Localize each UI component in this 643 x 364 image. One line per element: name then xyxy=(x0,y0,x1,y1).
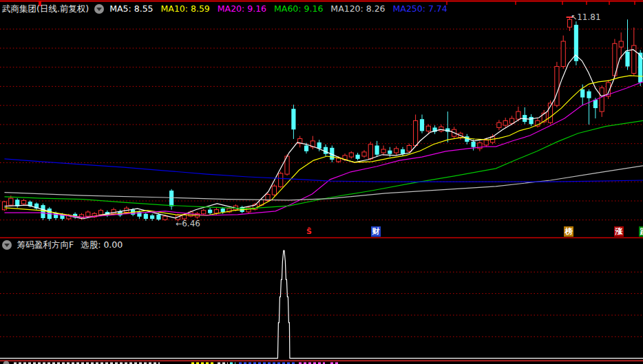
stock-app-window: 武商集团(日线.前复权) MA5: 8.55 MA10: 8.59 MA20: … xyxy=(0,0,643,364)
candlestick-chart[interactable] xyxy=(0,0,643,364)
candle-up xyxy=(600,85,604,117)
candle-up xyxy=(497,120,501,130)
ma-line-ma60 xyxy=(5,120,643,208)
candle-up xyxy=(381,146,386,156)
candle-up xyxy=(536,118,540,127)
price-gridlines xyxy=(0,29,643,220)
marker-dollar[interactable]: Ŝ xyxy=(304,226,314,237)
candle-up xyxy=(414,115,418,147)
candle-up xyxy=(439,125,443,133)
candle-down xyxy=(144,213,148,221)
candle-up xyxy=(285,154,289,175)
chevron-down-icon xyxy=(4,244,10,247)
candle-down xyxy=(574,21,578,65)
sub-panel-header: 筹码盈利方向F 选股: 0.00 xyxy=(2,239,123,250)
high-arrow-icon: ↖ xyxy=(571,13,577,22)
ma120-label: MA120: 8.26 xyxy=(330,3,385,15)
candle-down xyxy=(523,107,527,124)
ma60-label: MA60: 9.16 xyxy=(274,3,323,15)
ma250-label: MA250: 7.74 xyxy=(393,3,447,15)
candle-down xyxy=(593,98,598,118)
candle-up xyxy=(349,151,353,159)
collapse-sub-icon[interactable] xyxy=(2,240,12,250)
ma20-label: MA20: 9.16 xyxy=(218,3,266,15)
candle-up xyxy=(21,199,25,205)
candle-up xyxy=(279,171,283,188)
candle-up xyxy=(362,150,366,158)
ma-line-ma250 xyxy=(5,159,643,182)
candle-up xyxy=(478,141,482,151)
indicator-value: 选股: 0.00 xyxy=(81,239,123,250)
candle-down xyxy=(445,111,450,142)
candle-down xyxy=(356,153,360,160)
low-price-label: ←6.46 xyxy=(176,220,200,228)
candle-up xyxy=(272,184,276,197)
candle-down xyxy=(150,214,154,221)
candle-down xyxy=(208,208,212,215)
indicator-name[interactable]: 筹码盈利方向F xyxy=(17,239,74,250)
candle-up xyxy=(503,118,507,127)
candle-up xyxy=(246,206,251,214)
candle-up xyxy=(561,36,565,69)
candle-down xyxy=(625,19,629,69)
candle-down xyxy=(529,114,534,126)
candle-up xyxy=(202,209,206,215)
candle-down xyxy=(433,125,437,134)
candle-up xyxy=(394,147,399,155)
main-chart-header: 武商集团(日线.前复权) MA5: 8.55 MA10: 8.59 MA20: … xyxy=(2,3,455,15)
candle-up xyxy=(298,136,302,148)
ma10-label: MA10: 8.59 xyxy=(161,3,210,15)
marker-edge[interactable]: 跌 xyxy=(639,226,643,237)
indicator-line xyxy=(0,250,643,358)
candle-down xyxy=(291,105,295,139)
candle-down xyxy=(401,147,405,156)
sub-gridlines xyxy=(0,272,643,336)
candle-up xyxy=(426,124,430,133)
candle-up xyxy=(368,142,372,160)
marker-cai[interactable]: 财 xyxy=(371,226,381,237)
low-arrow-icon: ← xyxy=(176,220,182,228)
marker-bang[interactable]: 榜 xyxy=(564,226,573,237)
window-title: 武商集团(日线.前复权) xyxy=(2,3,89,15)
ma-line-ma5 xyxy=(5,50,643,219)
candle-down xyxy=(324,144,328,156)
ma-lines xyxy=(5,50,643,219)
candle-down xyxy=(420,115,424,133)
candle-down xyxy=(41,204,45,220)
high-price-label: ↖11.81 xyxy=(571,13,601,22)
candle-down xyxy=(15,198,19,208)
ma5-label: MA5: 8.55 xyxy=(109,3,153,15)
candle-up xyxy=(555,62,559,107)
candle-down xyxy=(587,89,591,125)
candle-down xyxy=(34,202,39,210)
collapse-main-icon[interactable] xyxy=(94,4,104,14)
ma-line-ma120 xyxy=(5,166,643,200)
candle-down xyxy=(169,189,173,210)
marker-zhang[interactable]: 涨 xyxy=(614,226,624,237)
chevron-down-icon xyxy=(96,8,102,11)
